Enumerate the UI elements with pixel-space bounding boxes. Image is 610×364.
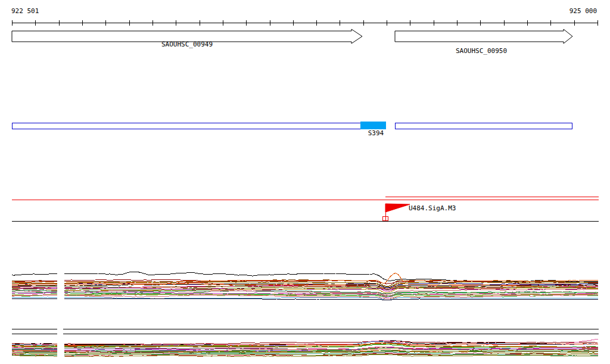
gene-label-saouhsc-00949: SAOUHSC_00949 [161, 41, 213, 48]
ruler-start-coordinate: 922 501 [11, 8, 39, 15]
feature-bar-right[interactable] [395, 123, 572, 129]
genome-canvas-shapes [0, 0, 610, 364]
separator-line [63, 334, 599, 334]
separator-line [63, 329, 599, 329]
signal-flag-icon[interactable] [385, 204, 410, 212]
upper-coverage-line [64, 298, 598, 300]
lower-coverage-line [12, 353, 57, 354]
upper-coverage-line [12, 285, 57, 286]
genome-browser-canvas: 922 501 925 000 SAOUHSC_00949 SAOUHSC_00… [0, 0, 610, 364]
upper-coverage-line [12, 273, 57, 275]
upper-coverage-line [12, 297, 57, 298]
ruler-end-coordinate: 925 000 [569, 8, 597, 15]
separator-line [12, 334, 57, 334]
feature-bar-left[interactable] [12, 123, 386, 129]
feature-highlight-s394[interactable] [360, 122, 386, 129]
feature-highlight-label: S394 [368, 130, 384, 137]
gene-arrow-saouhsc-00950[interactable] [395, 29, 572, 43]
gene-label-saouhsc-00950: SAOUHSC_00950 [456, 48, 507, 55]
signal-baseline [12, 221, 599, 222]
signal-flag-label: U484.SigA.M3 [409, 205, 456, 212]
separator-line [12, 329, 57, 329]
flag-base-box[interactable] [382, 216, 388, 221]
signal-line-full [12, 200, 599, 200]
signal-line-upper [385, 197, 599, 197]
